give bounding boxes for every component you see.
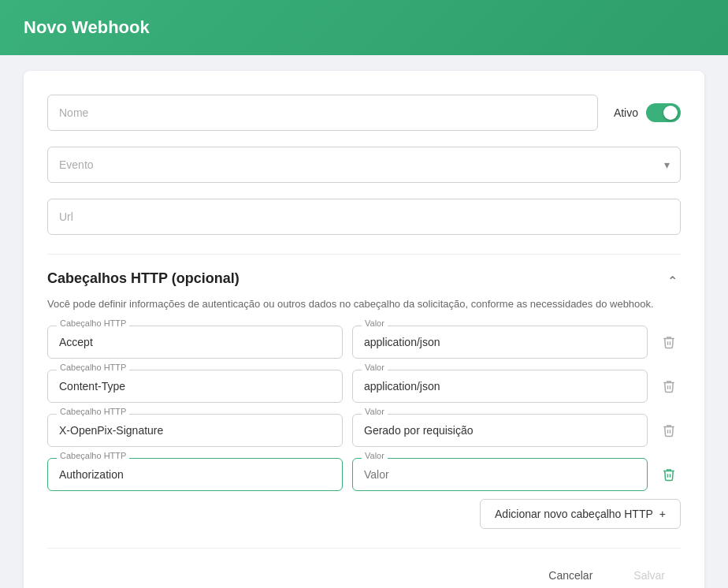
header-value-input-0[interactable] [352, 326, 648, 359]
main-card: Ativo Evento ▾ Cabeçalhos HTTP (opcional… [24, 71, 704, 588]
nome-wrapper [47, 95, 598, 131]
header-key-field-2: Cabeçalho HTTP [47, 414, 343, 447]
toggle-slider [646, 103, 681, 122]
evento-wrapper: Evento ▾ [47, 147, 681, 183]
header-value-field-1: Valor [352, 370, 648, 403]
header-key-label-1: Cabeçalho HTTP [57, 363, 129, 372]
add-header-label: Adicionar novo cabeçalho HTTP [495, 508, 653, 520]
header-value-input-1[interactable] [352, 370, 648, 403]
header-value-field-0: Valor [352, 326, 648, 359]
http-section-title: Cabeçalhos HTTP (opcional) [47, 270, 240, 287]
header-value-input-2[interactable] [352, 414, 648, 447]
delete-header-button-0[interactable] [657, 330, 681, 354]
http-headers-list: Cabeçalho HTTP Valor [47, 326, 681, 491]
trash-icon [662, 467, 676, 482]
header-key-input-1[interactable] [47, 370, 343, 403]
header-row: Cabeçalho HTTP Valor [47, 326, 681, 359]
header-row-authorization: Cabeçalho HTTP Valor [47, 458, 681, 491]
header-value-label-3: Valor [362, 451, 388, 460]
http-section-header: Cabeçalhos HTTP (opcional) ⌃ [47, 270, 681, 292]
header-value-field-3: Valor [352, 458, 648, 491]
card-footer: Cancelar Salvar [47, 548, 681, 588]
evento-select[interactable]: Evento [47, 147, 681, 183]
header-value-input-3[interactable] [352, 458, 648, 491]
header-row: Cabeçalho HTTP Valor [47, 370, 681, 403]
header-key-input-2[interactable] [47, 414, 343, 447]
header-value-field-2: Valor [352, 414, 648, 447]
header-key-label-0: Cabeçalho HTTP [57, 318, 129, 328]
header-key-field-0: Cabeçalho HTTP [47, 326, 343, 359]
add-header-button[interactable]: Adicionar novo cabeçalho HTTP + [480, 499, 681, 529]
cancel-button[interactable]: Cancelar [533, 561, 608, 588]
url-input[interactable] [47, 199, 681, 235]
ativo-group: Ativo [614, 103, 681, 122]
ativo-label: Ativo [614, 106, 638, 119]
divider [47, 254, 681, 255]
header-key-label-3: Cabeçalho HTTP [57, 451, 129, 460]
page-title: Novo Webhook [24, 17, 150, 38]
nome-input[interactable] [47, 95, 598, 131]
page-header: Novo Webhook [0, 0, 728, 55]
page-content: Ativo Evento ▾ Cabeçalhos HTTP (opcional… [0, 55, 728, 588]
ativo-toggle[interactable] [646, 103, 681, 122]
header-key-input-3[interactable] [47, 458, 343, 491]
trash-icon [662, 335, 676, 349]
header-value-label-1: Valor [362, 363, 388, 372]
delete-header-button-2[interactable] [657, 419, 681, 442]
header-value-label-2: Valor [362, 407, 388, 416]
plus-icon: + [659, 508, 666, 520]
http-section-desc: Você pode definir informações de autenti… [47, 298, 681, 310]
trash-icon [662, 379, 676, 393]
header-row: Cabeçalho HTTP Valor [47, 414, 681, 447]
url-wrapper [47, 199, 681, 235]
header-key-label-2: Cabeçalho HTTP [57, 407, 129, 416]
nome-row: Ativo [47, 95, 681, 131]
header-key-field-1: Cabeçalho HTTP [47, 370, 343, 403]
save-button[interactable]: Salvar [618, 561, 681, 588]
collapse-button[interactable]: ⌃ [664, 270, 681, 292]
delete-header-button-1[interactable] [657, 374, 681, 398]
trash-icon [662, 423, 676, 437]
add-header-row: Adicionar novo cabeçalho HTTP + [47, 499, 681, 529]
header-key-input-0[interactable] [47, 326, 343, 359]
header-key-field-3: Cabeçalho HTTP [47, 458, 343, 491]
header-value-label-0: Valor [362, 318, 388, 328]
delete-header-button-3[interactable] [657, 463, 681, 486]
